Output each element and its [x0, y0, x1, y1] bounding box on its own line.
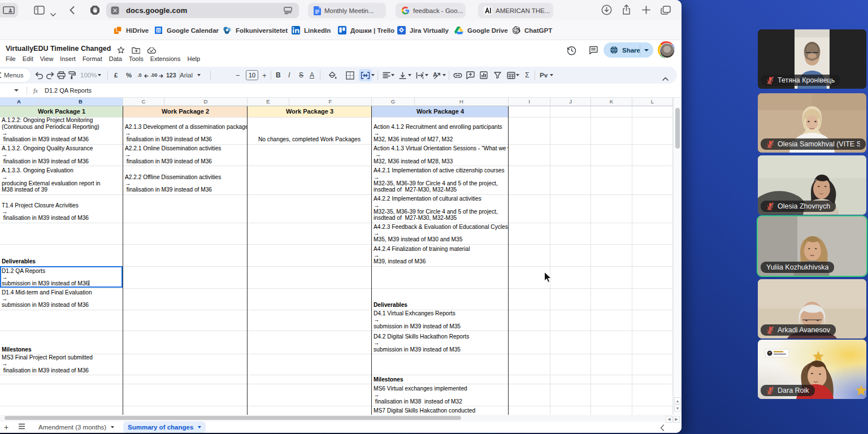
- menu-file[interactable]: File: [6, 55, 16, 64]
- increase-font-size-button[interactable]: +: [262, 67, 267, 84]
- address-bar[interactable]: docs.google.com: [106, 3, 299, 18]
- text-rotate-button[interactable]: A: [433, 67, 441, 84]
- vertical-scrollbar[interactable]: ▲▼: [673, 98, 682, 415]
- sheet-cell[interactable]: A4.2.1 Implementation of active citizens…: [372, 166, 508, 194]
- sheet-cell[interactable]: A4.2.4 Finalization of training material…: [372, 244, 508, 266]
- zoom-caret[interactable]: [98, 67, 101, 84]
- apps-caret[interactable]: [550, 67, 553, 84]
- menu-edit[interactable]: Edit: [23, 55, 33, 64]
- column-header-H[interactable]: H: [415, 98, 509, 106]
- sheet-cell[interactable]: T1.4 Project Closure Acrivities→ finalis…: [0, 194, 123, 223]
- bookmark-item[interactable]: HiDrive: [114, 20, 149, 40]
- sheet-cell[interactable]: D1.4 Mid-term and Final Evaluation→submi…: [0, 288, 123, 310]
- scroll-up-button[interactable]: ▲: [674, 397, 681, 404]
- share-button[interactable]: Share: [604, 42, 653, 58]
- sheet-cell[interactable]: Action 4.1.2 Recruitment and enrolling p…: [372, 117, 508, 144]
- menu-help[interactable]: Help: [187, 55, 200, 64]
- bookmark-item[interactable]: Jira Virtually: [397, 20, 449, 40]
- menu-view[interactable]: View: [40, 55, 54, 64]
- sheet-cell[interactable]: D4.2 Digital Skills Hackathon Reports→su…: [372, 331, 508, 354]
- decrease-decimals-button[interactable]: .0: [137, 67, 149, 84]
- sheet-tab[interactable]: Summary of changes: [123, 422, 206, 433]
- bookmark-item[interactable]: Google Drive: [454, 20, 508, 40]
- sheet-cell[interactable]: A2.1.3 Development of a dissemination pa…: [123, 117, 247, 144]
- zoom-control[interactable]: 100%: [80, 67, 97, 84]
- hscroll-thumb[interactable]: [5, 416, 461, 420]
- sheet-cell[interactable]: A4.2.2 Implementation of cultural activi…: [372, 194, 508, 223]
- version-history-button[interactable]: [567, 46, 576, 58]
- print-button[interactable]: [57, 67, 66, 84]
- scroll-down-button[interactable]: ▼: [674, 405, 681, 411]
- sidebar-button[interactable]: [34, 6, 45, 17]
- sheet-tab-caret[interactable]: [198, 426, 201, 428]
- tab-overview-button[interactable]: [661, 6, 671, 17]
- column-header-A[interactable]: A: [0, 98, 38, 106]
- font-family-control[interactable]: Arial: [180, 67, 193, 84]
- insert-link-button[interactable]: [453, 67, 462, 84]
- sheet-cell[interactable]: Milestones: [372, 375, 508, 384]
- sheet-cell[interactable]: A2.2.1 Online Dissemination activities→ …: [123, 144, 247, 166]
- functions-button[interactable]: Σ: [525, 67, 530, 84]
- column-header-L[interactable]: L: [632, 98, 673, 106]
- participant-tile[interactable]: Olesia Zhovnych: [758, 155, 866, 215]
- account-avatar[interactable]: [658, 41, 675, 58]
- percent-format-button[interactable]: %: [126, 67, 132, 84]
- browser-tab[interactable]: Monthly Meetin...: [308, 3, 386, 18]
- sheet-cell[interactable]: A2.2.2 Offline Dissemination activities→…: [123, 166, 247, 194]
- bookmark-item[interactable]: ChatGPT: [512, 20, 552, 40]
- menu-format[interactable]: Format: [83, 55, 102, 64]
- redo-button[interactable]: [46, 67, 54, 84]
- sheet-scroll-left[interactable]: [660, 423, 665, 433]
- strikethrough-button[interactable]: S: [299, 67, 303, 84]
- participant-tile[interactable]: Arkadi Avanesov: [758, 279, 866, 338]
- apps-button[interactable]: Pv: [540, 67, 548, 84]
- name-box-caret[interactable]: [14, 89, 19, 92]
- undo-button[interactable]: [35, 67, 44, 84]
- wrap-caret[interactable]: [425, 67, 428, 84]
- screen-share-indicator[interactable]: [0, 3, 18, 18]
- sheet-cell[interactable]: A.1.3.2. Ongoing Quality Assurance→ fina…: [0, 144, 123, 166]
- add-sheet-button[interactable]: +: [2, 423, 11, 432]
- vertical-align-button[interactable]: [399, 67, 406, 84]
- sheet-cell[interactable]: D4.1 Virtual Exhcanges Reports→submissio…: [372, 310, 508, 331]
- paint-format-button[interactable]: [68, 67, 76, 84]
- menu-extensions[interactable]: Extensions: [150, 55, 181, 64]
- back-button[interactable]: [70, 6, 75, 16]
- share-page-button[interactable]: [622, 5, 631, 18]
- content-blocker-button[interactable]: [90, 5, 100, 18]
- create-filter-button[interactable]: [494, 67, 501, 84]
- decrease-font-size-button[interactable]: −: [236, 67, 240, 84]
- horizontal-align-button[interactable]: [383, 67, 390, 84]
- scroll-left-button[interactable]: ◀: [666, 416, 672, 423]
- menu-data[interactable]: Data: [109, 55, 122, 64]
- column-header-C[interactable]: C: [123, 98, 164, 106]
- bookmark-item[interactable]: Дошки | Trello: [338, 20, 394, 40]
- font-size-value[interactable]: 10: [246, 70, 258, 80]
- sheet-cell[interactable]: MS7 Digital Skills Hakcathon conducted: [372, 406, 508, 415]
- column-header-G[interactable]: G: [372, 98, 415, 106]
- participant-tile[interactable]: Olesia Samokhval (VITE S...: [758, 93, 866, 153]
- hide-toolbar-button[interactable]: [662, 73, 669, 83]
- column-header-D[interactable]: D: [164, 98, 248, 106]
- scroll-right-button[interactable]: ▶: [673, 416, 680, 423]
- column-header-J[interactable]: J: [550, 98, 591, 106]
- sidebar-chevron-button[interactable]: [50, 8, 56, 19]
- participant-tile[interactable]: Тетяна Кронівець: [758, 29, 866, 89]
- column-header-F[interactable]: F: [289, 98, 372, 106]
- font-caret[interactable]: [197, 67, 201, 84]
- insert-chart-button[interactable]: [480, 67, 488, 84]
- download-button[interactable]: [601, 5, 612, 18]
- bookmark-item[interactable]: 31Google Calendar: [154, 20, 219, 40]
- share-dropdown[interactable]: [644, 49, 649, 51]
- sheet-cell[interactable]: Deliverables: [372, 288, 508, 310]
- merge-caret[interactable]: [371, 67, 375, 84]
- sheet-cell[interactable]: No changes, completed Work Packages: [248, 117, 371, 144]
- sheet-cell[interactable]: Action 4.1.3 Virtual Orientation Session…: [372, 144, 508, 166]
- browser-tab[interactable]: AMERICAN THE...: [478, 3, 553, 18]
- merge-cells-button[interactable]: [359, 69, 372, 81]
- number-format-button[interactable]: 123: [166, 67, 176, 84]
- column-header-K[interactable]: K: [591, 98, 632, 106]
- participant-tile[interactable]: Yuliia Kozhukhivska: [758, 216, 866, 276]
- borders-button[interactable]: [346, 67, 354, 84]
- bold-button[interactable]: B: [276, 67, 281, 84]
